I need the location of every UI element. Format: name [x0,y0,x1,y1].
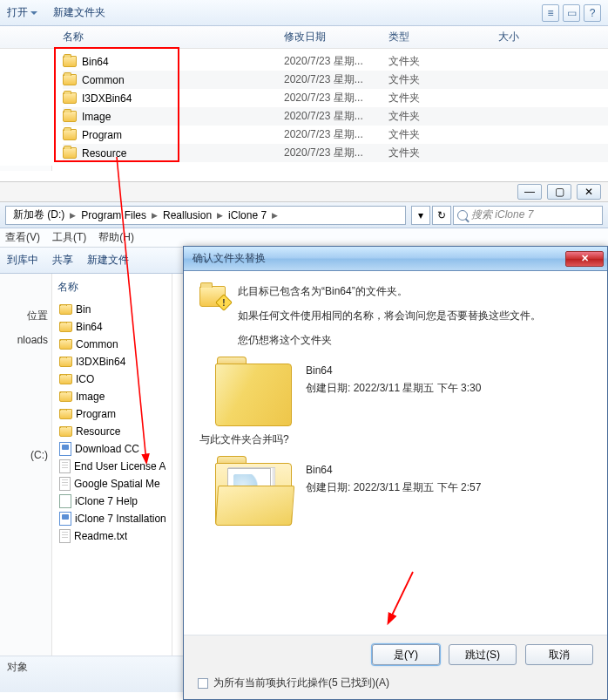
new-folder-button[interactable]: 新建文件夹 [53,5,105,20]
folder-icon [59,409,72,419]
folder-icon [63,147,77,159]
toolbar-top: 打开 新建文件夹 ≡ ▭ ? [0,0,608,26]
share-menu[interactable]: 共享 [52,253,73,268]
list-item[interactable]: Image2020/7/23 星期...文件夹 [63,107,608,126]
search-icon [457,210,468,221]
maximize-icon[interactable]: ▢ [547,184,571,200]
menu-view[interactable]: 查看(V) [5,230,40,245]
tree-header[interactable]: 名称 [54,277,170,301]
breadcrumb-segment[interactable]: iClone 7 [225,207,270,224]
src-meta: 创建日期: 2022/3/11 星期五 下午 2:57 [306,479,481,496]
tree-item[interactable]: Program [54,405,170,423]
file-tree: 名称 BinBin64CommonI3DXBin64ICOImageProgra… [52,274,172,656]
file-icon [59,477,71,491]
refresh-icon[interactable]: ↻ [432,206,451,225]
tree-item[interactable]: Common [54,336,170,353]
col-date[interactable]: 修改日期 [284,30,388,44]
tree-item[interactable]: Download CC [54,440,170,458]
sb-loc[interactable]: 位置 [0,303,51,329]
dialog-close-icon[interactable]: ✕ [565,251,604,267]
folder-icon [59,322,72,332]
folder-large-icon [212,357,295,426]
open-menu[interactable]: 打开 [7,5,37,20]
item-date: 2020/7/23 星期... [284,91,388,105]
tree-item[interactable]: Readme.txt [54,527,170,545]
tree-item[interactable]: Image [54,388,170,405]
sb-vol[interactable]: (C:) [0,444,51,466]
chm-icon [59,494,71,508]
breadcrumb-segment[interactable]: Reallusion [159,207,215,224]
tree-item[interactable]: End User License A [54,458,170,475]
tree-item-label: Image [76,391,105,403]
folder-icon [59,357,72,367]
yes-button[interactable]: 是(Y) [372,644,440,665]
item-name: Common [82,74,284,86]
list-item[interactable]: Common2020/7/23 星期...文件夹 [63,71,608,89]
chevron-right-icon: ▶ [215,211,225,220]
item-name: Bin64 [82,56,284,68]
breadcrumb[interactable]: 新加卷 (D:)▶Program Files▶Reallusion▶iClone… [5,206,406,225]
menu-help[interactable]: 帮助(H) [98,230,134,245]
cancel-button[interactable]: 取消 [525,644,593,665]
tree-item-label: ICO [76,373,94,385]
view-options-icon[interactable]: ≡ [542,4,559,22]
list-item[interactable]: Bin642020/7/23 星期...文件夹 [63,52,608,71]
item-type: 文件夹 [388,91,498,105]
tree-item-label: Bin64 [76,321,103,333]
include-library[interactable]: 到库中 [7,253,38,268]
help-icon[interactable]: ? [584,4,601,22]
skip-button[interactable]: 跳过(S) [449,644,517,665]
dest-meta: 创建日期: 2022/3/11 星期五 下午 3:30 [306,379,481,397]
list-item[interactable]: Resource2020/7/23 星期...文件夹 [63,144,608,162]
breadcrumb-segment[interactable]: Program Files [78,207,150,224]
tree-item-label: Program [76,408,116,420]
chevron-right-icon: ▶ [150,211,159,220]
folder-icon [63,129,77,140]
preview-icon[interactable]: ▭ [563,4,580,22]
dialog-q1: 您仍想将这个文件夹 [238,332,591,348]
list-item[interactable]: I3DXBin642020/7/23 星期...文件夹 [63,89,608,107]
item-date: 2020/7/23 星期... [284,109,388,124]
dialog-line1: 此目标已包含名为“Bin64”的文件夹。 [238,283,591,299]
sb-dl[interactable]: nloads [0,329,51,351]
column-headers: 名称 修改日期 类型 大小 [0,26,608,49]
folder-icon [59,304,72,315]
chevron-right-icon: ▶ [68,211,78,220]
folder-icon [59,339,72,350]
close-icon[interactable]: ✕ [577,184,601,200]
list-item[interactable]: Program2020/7/23 星期...文件夹 [63,126,608,144]
tree-item[interactable]: Google Spatial Me [54,475,170,493]
file-icon [59,529,71,543]
breadcrumb-dropdown-icon[interactable]: ▾ [411,206,430,225]
tree-item-label: Resource [76,425,120,438]
tree-item[interactable]: iClone 7 Help [54,493,170,510]
item-name: Program [82,129,284,141]
folder-open-icon [212,456,295,526]
folder-icon [63,92,77,104]
tree-item-label: iClone 7 Help [75,495,138,507]
col-name[interactable]: 名称 [63,30,284,44]
folder-icon [59,391,72,402]
confirm-folder-replace-dialog: 确认文件夹替换 ✕ 此目标已包含名为“Bin64”的文件夹。 如果任何文件使用相… [183,246,608,700]
dialog-line2: 如果任何文件使用相同的名称，将会询问您是否要替换这些文件。 [238,308,591,323]
file-list-top: Bin642020/7/23 星期...文件夹Common2020/7/23 星… [0,49,608,166]
item-name: Image [82,111,284,123]
tree-item[interactable]: Bin64 [54,318,170,336]
tree-item[interactable]: I3DXBin64 [54,353,170,370]
apply-all-checkbox[interactable]: 为所有当前项执行此操作(5 已找到)(A) [198,676,593,690]
search-input[interactable]: 搜索 iClone 7 [453,206,603,225]
tree-item[interactable]: ICO [54,370,170,388]
item-name: I3DXBin64 [82,92,284,105]
minimize-icon[interactable]: — [517,184,542,200]
new-folder-2[interactable]: 新建文件 [87,253,129,268]
dialog-title-bar[interactable]: 确认文件夹替换 ✕ [184,247,607,271]
tree-item[interactable]: Bin [54,301,170,318]
tree-item[interactable]: Resource [54,423,170,440]
breadcrumb-segment[interactable]: 新加卷 (D:) [10,207,68,224]
tree-item[interactable]: iClone 7 Installation [54,510,170,527]
col-type[interactable]: 类型 [388,30,498,44]
menu-tools[interactable]: 工具(T) [52,230,86,245]
dialog-q2: 与此文件夹合并吗? [199,432,591,447]
item-type: 文件夹 [388,109,498,124]
col-size[interactable]: 大小 [498,30,608,44]
